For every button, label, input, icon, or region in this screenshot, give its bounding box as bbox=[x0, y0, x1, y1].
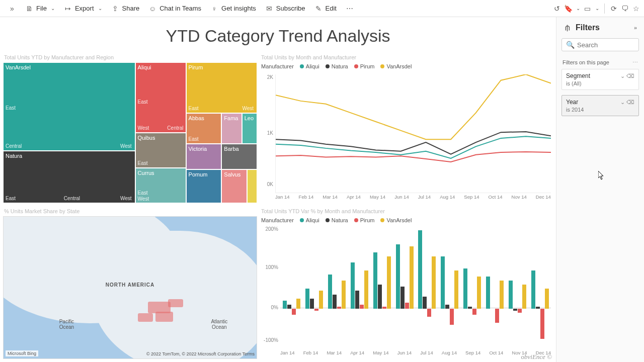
mail-icon: ✉ bbox=[265, 5, 273, 13]
tm-aliqui[interactable]: Aliqui East West Central bbox=[135, 62, 186, 133]
collapse-pane-icon[interactable]: » bbox=[634, 25, 637, 31]
line-chart-visual[interactable]: Total Units by Month and Manufacturer Ma… bbox=[260, 52, 553, 203]
export-menu[interactable]: ↦Export⌄ bbox=[60, 3, 106, 15]
tm-salvus[interactable]: Salvus bbox=[221, 169, 247, 203]
legend: Manufacturer Aliqui Natura Pirum VanArsd… bbox=[260, 62, 553, 72]
reset-icon[interactable]: ↺ bbox=[553, 5, 561, 13]
filter-card-year[interactable]: Year ⌄ ⌫ is 2014 bbox=[561, 95, 639, 116]
more-button[interactable]: ⋯ bbox=[342, 3, 358, 15]
tm-other[interactable] bbox=[247, 169, 257, 203]
search-icon: 🔍 bbox=[566, 41, 574, 49]
chevron-down-icon[interactable]: ⌄ bbox=[620, 73, 625, 79]
bookmark-icon[interactable]: 🔖 bbox=[564, 5, 572, 13]
map-copyright: © 2022 TomTom, © 2022 Microsoft Corporat… bbox=[146, 351, 255, 356]
view-icon[interactable]: ▭ bbox=[583, 5, 591, 13]
visual-title: Total Units YTD Var % by Month and Manuf… bbox=[260, 206, 553, 216]
chevron-down-icon: ⌄ bbox=[51, 6, 55, 11]
chat-teams-button[interactable]: ☺Chat in Teams bbox=[144, 3, 205, 15]
ocean-label: Atlantic Ocean bbox=[211, 319, 227, 330]
report-canvas: YTD Category Trend Analysis Total Units … bbox=[0, 17, 556, 362]
tm-victoria[interactable]: Victoria bbox=[186, 144, 222, 169]
edit-button[interactable]: ✎Edit bbox=[310, 3, 341, 15]
bar-chart-visual[interactable]: Total Units YTD Var % by Month and Manuf… bbox=[260, 206, 553, 359]
chevron-down-icon: ⌄ bbox=[576, 6, 580, 11]
tm-pirum[interactable]: Pirum East West bbox=[186, 62, 257, 113]
filter-card-segment[interactable]: Segment ⌄ ⌫ is (All) bbox=[561, 69, 639, 90]
share-button[interactable]: ⇪Share bbox=[107, 3, 144, 15]
pencil-icon: ✎ bbox=[314, 5, 323, 13]
filter-icon: ⫛ bbox=[564, 24, 572, 32]
tm-quibus[interactable]: Quibus East bbox=[135, 133, 186, 168]
continent-label: NORTH AMERICA bbox=[106, 282, 155, 288]
filters-search[interactable]: 🔍 bbox=[561, 38, 639, 51]
bing-attribution: Microsoft Bing bbox=[6, 350, 38, 356]
subscribe-button[interactable]: ✉Subscribe bbox=[261, 3, 309, 15]
tm-abbas[interactable]: Abbas East bbox=[186, 113, 222, 144]
chevron-right-icon: » bbox=[8, 5, 16, 13]
share-icon: ⇪ bbox=[111, 5, 119, 13]
tm-natura[interactable]: Natura East Central West bbox=[3, 151, 135, 203]
chevron-down-icon: ⌄ bbox=[98, 6, 102, 11]
search-input[interactable] bbox=[577, 41, 634, 49]
ocean-label: Pacific Ocean bbox=[59, 319, 74, 330]
app-toolbar: » 🗎File⌄ ↦Export⌄ ⇪Share ☺Chat in Teams … bbox=[0, 0, 644, 17]
export-icon: ↦ bbox=[64, 5, 72, 13]
star-icon[interactable]: ☆ bbox=[632, 5, 640, 13]
legend: Manufacturer Aliqui Natura Pirum VanArsd… bbox=[260, 216, 553, 226]
brand-footer: obviEnce © bbox=[521, 353, 552, 361]
map-visual[interactable]: % Units Market Share by State NORTH AMER… bbox=[3, 206, 257, 359]
file-icon: 🗎 bbox=[25, 5, 33, 13]
tm-pomum[interactable]: Pomum bbox=[186, 169, 222, 203]
ellipsis-icon: ⋯ bbox=[346, 5, 354, 13]
filters-section-label: Filters on this page bbox=[562, 59, 609, 66]
clear-filter-icon[interactable]: ⌫ bbox=[626, 73, 634, 79]
back-button[interactable]: » bbox=[4, 3, 20, 15]
bulb-icon: ♀ bbox=[210, 5, 218, 13]
visual-title: Total Units YTD by Manufacturer and Regi… bbox=[3, 52, 257, 62]
filters-title: Filters bbox=[576, 23, 600, 32]
tm-leo[interactable]: Leo bbox=[242, 113, 257, 144]
treemap-visual[interactable]: Total Units YTD by Manufacturer and Regi… bbox=[3, 52, 257, 203]
report-title: YTD Category Trend Analysis bbox=[0, 17, 556, 49]
tm-fama[interactable]: Fama bbox=[221, 113, 242, 144]
file-menu[interactable]: 🗎File⌄ bbox=[21, 3, 59, 15]
refresh-icon[interactable]: ⟳ bbox=[610, 5, 618, 13]
tm-barba[interactable]: Barba bbox=[221, 144, 257, 169]
filters-pane: ⫛ Filters » 🔍 Filters on this page ⋯ Seg… bbox=[556, 17, 644, 362]
teams-icon: ☺ bbox=[148, 5, 156, 13]
comment-icon[interactable]: 🗨 bbox=[621, 5, 629, 13]
chevron-down-icon[interactable]: ⌄ bbox=[620, 99, 625, 105]
tm-currus[interactable]: Currus East West bbox=[135, 168, 186, 203]
tm-vanarsdel[interactable]: VanArsdel East Central West bbox=[3, 62, 135, 151]
visual-title: Total Units by Month and Manufacturer bbox=[260, 52, 553, 62]
clear-filter-icon[interactable]: ⌫ bbox=[626, 99, 634, 105]
ellipsis-icon[interactable]: ⋯ bbox=[632, 59, 638, 66]
get-insights-button[interactable]: ♀Get insights bbox=[206, 3, 260, 15]
chevron-down-icon: ⌄ bbox=[595, 6, 599, 11]
visual-title: % Units Market Share by State bbox=[3, 206, 257, 216]
